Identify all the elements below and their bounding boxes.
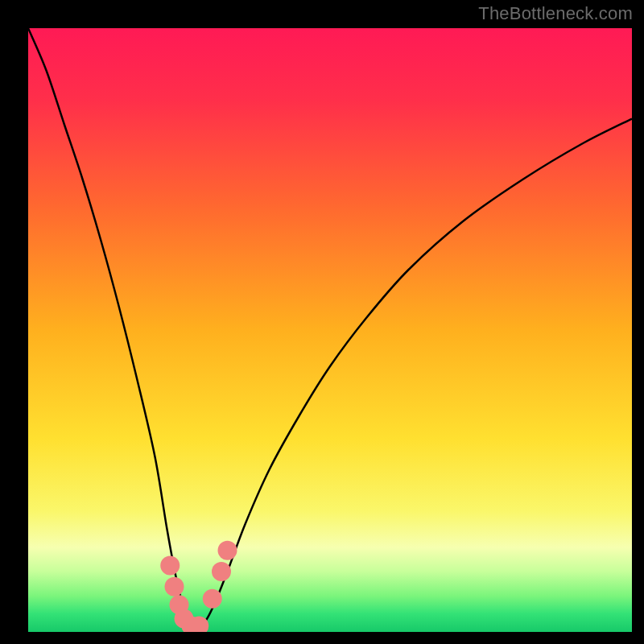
- curve-marker: [218, 541, 237, 560]
- outer-frame: TheBottleneck.com: [0, 0, 644, 644]
- curve-marker: [212, 562, 231, 581]
- plot-area: [28, 28, 632, 632]
- chart-svg: [28, 28, 632, 632]
- watermark-text: TheBottleneck.com: [478, 3, 633, 24]
- curve-marker: [203, 589, 222, 609]
- curve-marker: [165, 577, 184, 597]
- bottleneck-curve: [28, 28, 632, 630]
- curve-marker: [160, 556, 180, 576]
